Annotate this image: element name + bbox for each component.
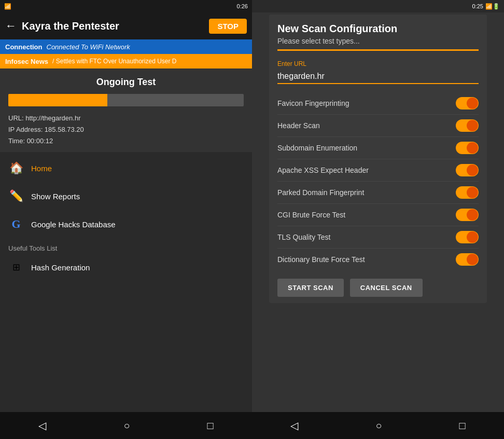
progress-bar-fill (8, 94, 107, 106)
back-nav-btn-right[interactable]: ◁ (280, 415, 309, 436)
left-panel: 📶 0:26 ← Kayra the Pentester STOP Connec… (0, 0, 252, 439)
nav-item-home[interactable]: 🏠 Home (0, 154, 252, 182)
nav-item-google[interactable]: G Google Hacks Database (0, 210, 252, 238)
option-label-dictionary: Dictionary Brute Force Test (277, 255, 365, 264)
stop-button[interactable]: STOP (209, 19, 247, 34)
right-panel: 0:25 📶🔋 New Scan Configuration Please se… (252, 0, 504, 439)
dialog-title: New Scan Configuration (277, 23, 479, 35)
time-line: Time: 00:00:12 (8, 135, 244, 147)
nav-label-hash: Hash Generation (31, 263, 90, 272)
option-label-cgi: CGI Brute Force Test (277, 211, 345, 219)
toggle-cgi[interactable] (456, 209, 479, 221)
ongoing-section: Ongoing Test URL: http://thegarden.hr IP… (0, 68, 252, 152)
test-info: URL: http://thegarden.hr IP Address: 185… (8, 113, 244, 147)
option-label-subdomain: Subdomain Enumeration (277, 144, 357, 152)
sb-right-icons: 📶🔋 (485, 3, 500, 10)
nav-menu: 🏠 Home ✏️ Show Reports G Google Hacks Da… (0, 152, 252, 412)
option-cgi: CGI Brute Force Test (277, 204, 479, 226)
back-nav-btn[interactable]: ◁ (28, 415, 57, 436)
sb-right-time: 0:25 (472, 3, 483, 9)
option-apache: Apache XSS Expect Header (277, 159, 479, 182)
nav-label-home: Home (31, 164, 52, 173)
status-bar-right: 0:25 📶🔋 (252, 0, 504, 12)
option-parked: Parked Domain Fingerprint (277, 182, 479, 204)
top-bar-left: ← Kayra the Pentester STOP (0, 12, 252, 39)
nav-item-hash[interactable]: ⊞ Hash Generation (0, 254, 252, 280)
option-label-favicon: Favicon Fingerprinting (277, 99, 349, 107)
home-icon: 🏠 (8, 161, 24, 175)
home-nav-btn[interactable]: ○ (113, 416, 140, 436)
nav-label-reports: Show Reports (31, 192, 80, 201)
options-list: Favicon Fingerprinting Header Scan Subdo… (269, 90, 487, 272)
bottom-nav-right: ◁ ○ □ (252, 412, 504, 439)
sb-left-sim: 📶 (4, 3, 11, 10)
orange-divider (277, 49, 479, 51)
url-input-section: Enter URL (269, 60, 487, 90)
toggle-header[interactable] (456, 119, 479, 132)
progress-bar-container (8, 94, 244, 106)
reports-icon: ✏️ (8, 189, 24, 203)
connection-bar: Connection Connected To WiFi Network (0, 39, 252, 54)
url-line: URL: http://thegarden.hr (8, 113, 244, 124)
option-label-header: Header Scan (277, 121, 320, 130)
ip-line: IP Address: 185.58.73.20 (8, 124, 244, 135)
recent-nav-btn-right[interactable]: □ (449, 416, 475, 436)
sb-left-time: 0:26 (237, 3, 248, 9)
dialog-buttons: START SCAN CANCEL SCAN (269, 272, 487, 303)
back-button[interactable]: ← (5, 19, 17, 33)
nav-label-google: Google Hacks Database (31, 220, 116, 229)
right-background: New Scan Configuration Please select tes… (252, 12, 504, 412)
connection-label: Connection (5, 43, 43, 51)
useful-tools-label: Useful Tools List (0, 238, 252, 254)
scan-config-dialog: New Scan Configuration Please select tes… (269, 15, 487, 303)
main-content-left: Ongoing Test URL: http://thegarden.hr IP… (0, 68, 252, 412)
start-scan-button[interactable]: START SCAN (277, 279, 344, 297)
home-nav-btn-right[interactable]: ○ (365, 416, 392, 436)
connection-status: Connected To WiFi Network (47, 43, 130, 51)
nav-item-reports[interactable]: ✏️ Show Reports (0, 182, 252, 210)
option-label-parked: Parked Domain Fingerprint (277, 188, 364, 197)
toggle-dictionary[interactable] (456, 253, 479, 266)
url-label: Enter URL (277, 60, 479, 67)
hash-icon: ⊞ (8, 262, 24, 273)
toggle-subdomain[interactable] (456, 142, 479, 154)
toggle-tls[interactable] (456, 231, 479, 243)
dialog-overlay: New Scan Configuration Please select tes… (252, 12, 504, 412)
status-bar-left: 📶 0:26 (0, 0, 252, 12)
option-tls: TLS Quality Test (277, 226, 479, 249)
option-favicon: Favicon Fingerprinting (277, 92, 479, 115)
option-label-apache: Apache XSS Expect Header (277, 166, 369, 174)
news-bar: Infosec News / Settles with FTC Over Una… (0, 54, 252, 68)
url-input[interactable] (277, 70, 479, 84)
toggle-favicon[interactable] (456, 97, 479, 109)
toggle-parked[interactable] (456, 186, 479, 199)
app-title: Kayra the Pentester (22, 20, 204, 32)
option-label-tls: TLS Quality Test (277, 233, 330, 241)
option-subdomain: Subdomain Enumeration (277, 137, 479, 159)
dialog-subtitle: Please select test types... (277, 37, 479, 45)
dialog-header: New Scan Configuration Please select tes… (269, 15, 487, 60)
news-label: Infosec News (5, 58, 48, 65)
option-dictionary: Dictionary Brute Force Test (277, 249, 479, 270)
toggle-apache[interactable] (456, 164, 479, 176)
cancel-scan-button[interactable]: CANCEL SCAN (350, 279, 423, 297)
ongoing-title: Ongoing Test (8, 77, 244, 88)
google-icon: G (8, 217, 24, 231)
bottom-nav-left: ◁ ○ □ (0, 412, 252, 439)
news-text: / Settles with FTC Over Unauthorized Use… (52, 58, 176, 65)
option-header: Header Scan (277, 115, 479, 137)
recent-nav-btn[interactable]: □ (197, 416, 223, 436)
